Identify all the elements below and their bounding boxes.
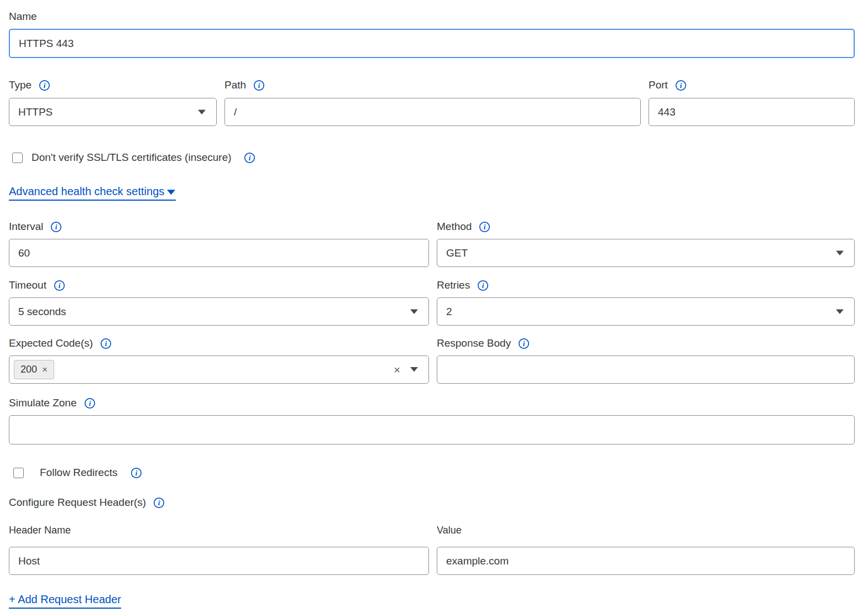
simulate-zone-input[interactable] [9,415,855,444]
response-body-label: Response Body [437,337,511,350]
method-select-value: GET [446,247,468,259]
info-icon[interactable] [518,338,530,349]
request-header-row: Header Name Value [9,524,855,575]
header-value-input[interactable] [437,547,855,575]
ssl-verify-label[interactable]: Don't verify SSL/TLS certificates (insec… [32,151,232,164]
header-name-input[interactable] [9,547,429,575]
timeout-label: Timeout [9,279,46,292]
method-label: Method [437,220,472,233]
expected-codes-label: Expected Code(s) [9,337,93,350]
info-icon[interactable] [100,338,112,349]
timeout-select-value: 5 seconds [18,306,66,318]
chevron-down-icon [197,109,206,115]
expected-codes-multiselect[interactable]: 200 × × [9,355,429,384]
health-check-form: Name Type HTTPS Path Port [0,0,868,612]
add-request-header-link[interactable]: + Add Request Header [9,593,121,609]
retries-label: Retries [437,279,470,292]
info-icon[interactable] [39,80,50,91]
simulate-zone-label: Simulate Zone [9,396,77,410]
chevron-down-icon[interactable] [410,367,419,373]
header-name-column-label: Header Name [9,524,71,537]
request-headers-section-label: Configure Request Header(s) [9,496,146,509]
port-label: Port [649,79,668,92]
clear-icon[interactable]: × [394,364,400,375]
ssl-verify-checkbox[interactable] [12,153,23,163]
info-icon[interactable] [479,221,490,233]
port-input[interactable] [649,98,855,126]
info-icon[interactable] [253,80,265,91]
header-value-column-label: Value [437,524,462,537]
info-icon[interactable] [675,80,687,91]
timeout-select[interactable]: 5 seconds [9,297,429,326]
info-icon[interactable] [84,397,96,409]
interval-label: Interval [9,220,43,233]
advanced-settings-link[interactable]: Advanced health check settings [9,185,176,201]
retries-select[interactable]: 2 [437,297,855,326]
info-icon[interactable] [50,221,62,233]
chevron-down-icon [835,308,844,315]
response-body-input[interactable] [437,355,855,384]
method-select[interactable]: GET [437,239,855,267]
type-select-value: HTTPS [18,106,53,118]
type-label: Type [9,79,32,92]
info-icon[interactable] [477,280,489,291]
name-label: Name [9,10,37,23]
type-select[interactable]: HTTPS [9,98,217,126]
info-icon[interactable] [244,152,255,164]
info-icon[interactable] [130,467,142,479]
retries-select-value: 2 [446,306,452,318]
path-input[interactable] [224,98,641,126]
chevron-down-icon [410,308,419,315]
follow-redirects-label[interactable]: Follow Redirects [40,467,117,479]
remove-icon[interactable]: × [42,365,48,374]
path-label: Path [224,79,246,92]
interval-input[interactable] [9,239,429,267]
info-icon[interactable] [153,497,165,509]
chevron-down-icon [166,189,176,196]
info-icon[interactable] [54,280,65,291]
name-input[interactable] [9,29,855,58]
expected-code-tag: 200 × [14,360,54,379]
follow-redirects-checkbox[interactable] [13,468,24,478]
chevron-down-icon [835,250,844,256]
